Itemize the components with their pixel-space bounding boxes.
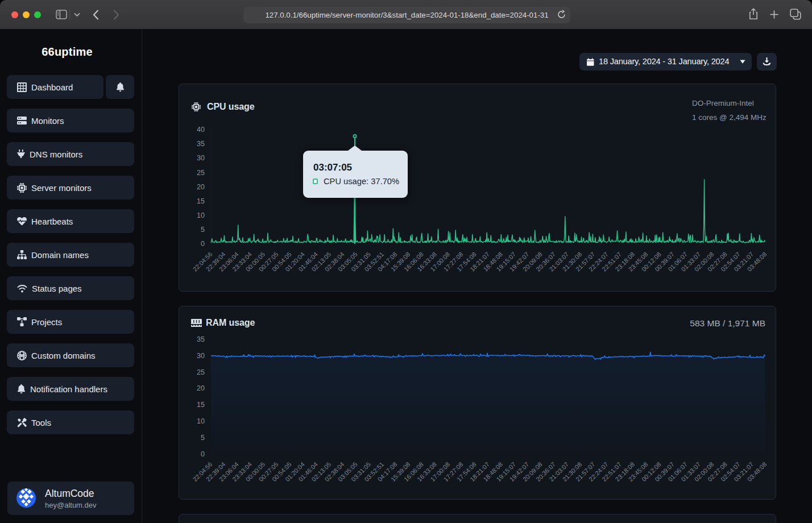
svg-text:5: 5 [201, 433, 205, 441]
svg-text:20: 20 [197, 183, 205, 191]
svg-text:25: 25 [197, 368, 205, 376]
svg-text:40: 40 [197, 126, 205, 134]
svg-text:15: 15 [197, 401, 205, 409]
svg-text:30: 30 [197, 351, 205, 359]
svg-text:35: 35 [197, 140, 205, 148]
svg-text:25: 25 [197, 169, 205, 177]
svg-text:15: 15 [197, 197, 205, 205]
svg-text:10: 10 [197, 211, 205, 219]
svg-text:0: 0 [201, 450, 205, 458]
svg-text:10: 10 [197, 417, 205, 425]
svg-text:20: 20 [197, 384, 205, 392]
svg-text:0: 0 [201, 240, 205, 248]
svg-text:30: 30 [197, 154, 205, 162]
svg-text:5: 5 [201, 226, 205, 234]
svg-text:35: 35 [197, 335, 205, 343]
